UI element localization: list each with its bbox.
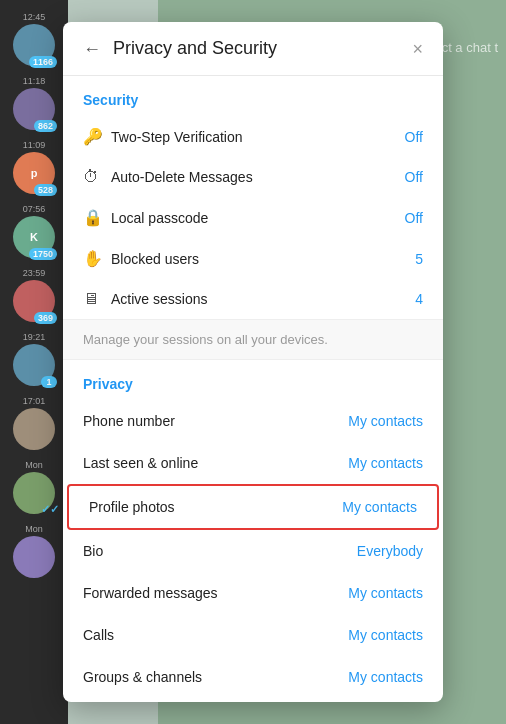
modal-body: Security 🔑 Two-Step Verification Off ⏱ A… [63, 76, 443, 702]
groups-channels-item[interactable]: Groups & channels My contacts [63, 656, 443, 698]
auto-delete-label: Auto-Delete Messages [111, 169, 405, 185]
photos-value: My contacts [342, 499, 417, 515]
calls-label: Calls [83, 627, 348, 643]
two-step-verification-item[interactable]: 🔑 Two-Step Verification Off [63, 116, 443, 157]
phone-label: Phone number [83, 413, 348, 429]
sessions-value: 4 [415, 291, 423, 307]
lock-icon: 🔒 [83, 208, 111, 227]
profile-photos-item[interactable]: Profile photos My contacts [67, 484, 439, 530]
calls-value: My contacts [348, 627, 423, 643]
photos-label: Profile photos [89, 499, 342, 515]
modal-title: Privacy and Security [113, 38, 412, 59]
last-seen-label: Last seen & online [83, 455, 348, 471]
close-button[interactable]: × [412, 40, 423, 58]
blocked-value: 5 [415, 251, 423, 267]
bio-label: Bio [83, 543, 357, 559]
passcode-label: Local passcode [111, 210, 405, 226]
passcode-value: Off [405, 210, 423, 226]
privacy-section-header: Privacy [63, 360, 443, 400]
bio-value: Everybody [357, 543, 423, 559]
forwarded-value: My contacts [348, 585, 423, 601]
back-button[interactable]: ← [83, 40, 101, 58]
hand-icon: ✋ [83, 249, 111, 268]
modal-overlay: ← Privacy and Security × Security 🔑 Two-… [0, 0, 506, 724]
key-icon: 🔑 [83, 127, 111, 146]
groups-value: My contacts [348, 669, 423, 685]
forwarded-label: Forwarded messages [83, 585, 348, 601]
two-step-value: Off [405, 129, 423, 145]
phone-number-item[interactable]: Phone number My contacts [63, 400, 443, 442]
groups-label: Groups & channels [83, 669, 348, 685]
sessions-info: Manage your sessions on all your devices… [63, 319, 443, 360]
blocked-label: Blocked users [111, 251, 415, 267]
two-step-label: Two-Step Verification [111, 129, 405, 145]
forwarded-messages-item[interactable]: Forwarded messages My contacts [63, 572, 443, 614]
privacy-security-modal: ← Privacy and Security × Security 🔑 Two-… [63, 22, 443, 702]
blocked-users-item[interactable]: ✋ Blocked users 5 [63, 238, 443, 279]
sessions-label: Active sessions [111, 291, 415, 307]
last-seen-item[interactable]: Last seen & online My contacts [63, 442, 443, 484]
calls-item[interactable]: Calls My contacts [63, 614, 443, 656]
active-sessions-item[interactable]: 🖥 Active sessions 4 [63, 279, 443, 319]
auto-delete-item[interactable]: ⏱ Auto-Delete Messages Off [63, 157, 443, 197]
local-passcode-item[interactable]: 🔒 Local passcode Off [63, 197, 443, 238]
auto-delete-value: Off [405, 169, 423, 185]
phone-value: My contacts [348, 413, 423, 429]
last-seen-value: My contacts [348, 455, 423, 471]
timer-icon: ⏱ [83, 168, 111, 186]
modal-header: ← Privacy and Security × [63, 22, 443, 76]
bio-item[interactable]: Bio Everybody [63, 530, 443, 572]
security-section-header: Security [63, 76, 443, 116]
voice-messages-item[interactable]: Voice messages 🔒Everybody [63, 698, 443, 702]
monitor-icon: 🖥 [83, 290, 111, 308]
